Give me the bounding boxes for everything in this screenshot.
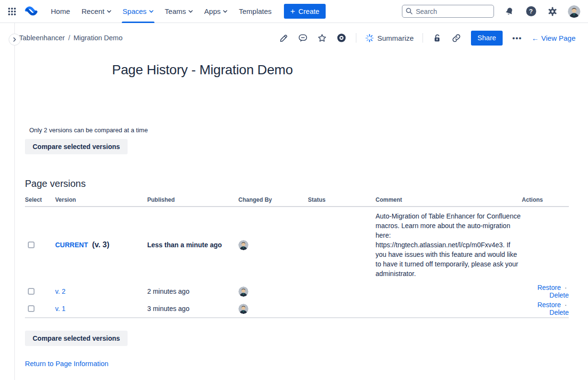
nav-item-label: Apps bbox=[204, 7, 221, 15]
select-version-checkbox[interactable] bbox=[28, 288, 35, 295]
page-versions-heading: Page versions bbox=[25, 178, 569, 189]
breadcrumb: Tableenhancer / Migration Demo bbox=[19, 34, 123, 42]
star-icon[interactable] bbox=[315, 30, 330, 46]
plus-icon: + bbox=[290, 7, 295, 15]
column-header-status: Status bbox=[308, 196, 376, 203]
nav-item-label: Teams bbox=[165, 7, 186, 15]
actions-cell: Restore · Delete bbox=[522, 284, 569, 299]
compare-versions-button-top[interactable]: Compare selected versions bbox=[25, 139, 128, 154]
nav-item-spaces[interactable]: Spaces bbox=[117, 0, 159, 23]
nav-item-teams[interactable]: Teams bbox=[159, 0, 199, 23]
breadcrumb-separator: / bbox=[68, 34, 70, 42]
compare-note: Only 2 versions can be compared at a tim… bbox=[25, 127, 569, 134]
nav-item-label: Home bbox=[51, 7, 70, 15]
column-header-version: Version bbox=[55, 196, 147, 203]
changed-by-avatar[interactable] bbox=[238, 304, 308, 314]
summarize-label: Summarize bbox=[377, 34, 414, 42]
compare-versions-button-bottom[interactable]: Compare selected versions bbox=[25, 331, 128, 346]
nav-item-home[interactable]: Home bbox=[45, 0, 76, 23]
column-header-published: Published bbox=[147, 196, 238, 203]
return-to-page-information-link[interactable]: Return to Page Information bbox=[25, 360, 108, 368]
version-comment: Auto-Migration of Table Enhancer for Con… bbox=[376, 207, 522, 283]
toolbar-divider bbox=[356, 33, 356, 43]
version-link[interactable]: CURRENT bbox=[55, 241, 88, 249]
top-navigation: Home Recent Spaces Teams Apps Templates … bbox=[0, 0, 588, 23]
actions-cell: Restore · Delete bbox=[522, 301, 569, 316]
main-content: Page History - Migration Demo Only 2 ver… bbox=[0, 62, 588, 368]
back-arrow-icon: ← bbox=[532, 34, 539, 42]
delete-link[interactable]: Delete bbox=[550, 291, 569, 299]
nav-item-recent[interactable]: Recent bbox=[76, 0, 117, 23]
column-header-select: Select bbox=[25, 196, 55, 203]
nav-item-templates[interactable]: Templates bbox=[233, 0, 277, 23]
changed-by-avatar[interactable] bbox=[238, 287, 308, 297]
nav-item-label: Spaces bbox=[123, 7, 147, 15]
actions-separator: · bbox=[564, 284, 567, 291]
version-link[interactable]: v. 2 bbox=[55, 288, 66, 295]
app-switcher-icon[interactable] bbox=[6, 5, 18, 18]
user-avatar[interactable] bbox=[568, 5, 580, 18]
version-row-v2: v. 2 2 minutes ago Restore · Delete bbox=[25, 283, 569, 300]
ai-sparkle-icon bbox=[365, 34, 374, 43]
help-glyph: ? bbox=[529, 8, 533, 15]
create-button-label: Create bbox=[298, 8, 319, 15]
table-bottom-border bbox=[25, 317, 569, 318]
page-toolbar: Tableenhancer / Migration Demo bbox=[0, 23, 588, 53]
version-suffix: (v. 3) bbox=[92, 241, 109, 249]
select-version-checkbox[interactable] bbox=[28, 242, 35, 248]
summarize-button[interactable]: Summarize bbox=[363, 34, 416, 43]
share-button[interactable]: Share bbox=[471, 31, 503, 46]
nav-item-apps[interactable]: Apps bbox=[199, 0, 233, 23]
chevron-right-icon bbox=[12, 37, 17, 42]
page-title: Page History - Migration Demo bbox=[25, 62, 380, 78]
unlock-icon[interactable] bbox=[430, 30, 445, 46]
nav-item-label: Templates bbox=[239, 7, 271, 15]
expand-sidebar-button[interactable] bbox=[9, 34, 21, 46]
column-header-actions: Actions bbox=[522, 196, 569, 203]
confluence-logo-icon[interactable] bbox=[25, 5, 37, 18]
published-time: 3 minutes ago bbox=[147, 305, 238, 312]
select-version-checkbox[interactable] bbox=[28, 305, 35, 312]
view-page-label: View Page bbox=[541, 34, 576, 42]
settings-gear-icon[interactable] bbox=[546, 5, 559, 18]
breadcrumb-page-link[interactable]: Migration Demo bbox=[73, 34, 122, 42]
create-button[interactable]: + Create bbox=[284, 4, 325, 19]
versions-table-header: Select Version Published Changed By Stat… bbox=[25, 196, 569, 207]
nav-item-label: Recent bbox=[82, 7, 105, 15]
restore-link[interactable]: Restore bbox=[537, 301, 561, 309]
version-comment bbox=[376, 287, 522, 296]
nav-items: Home Recent Spaces Teams Apps Templates bbox=[45, 0, 277, 23]
delete-link[interactable]: Delete bbox=[550, 309, 569, 316]
chevron-down-icon bbox=[107, 10, 111, 13]
notifications-bell-icon[interactable] bbox=[503, 5, 516, 18]
search-container bbox=[402, 5, 494, 18]
actions-separator: · bbox=[564, 301, 567, 309]
breadcrumb-space-link[interactable]: Tableenhancer bbox=[19, 34, 65, 42]
column-header-changed-by: Changed By bbox=[238, 196, 308, 203]
version-row-current: CURRENT (v. 3) Less than a minute ago Au… bbox=[25, 207, 569, 283]
published-time: 2 minutes ago bbox=[147, 288, 238, 295]
more-actions-icon[interactable]: ••• bbox=[509, 34, 525, 42]
comment-icon[interactable] bbox=[295, 30, 311, 46]
search-input[interactable] bbox=[402, 5, 494, 18]
restore-link[interactable]: Restore bbox=[537, 284, 561, 291]
help-icon[interactable]: ? bbox=[525, 5, 537, 18]
search-icon bbox=[406, 8, 412, 14]
watch-eye-icon[interactable] bbox=[334, 30, 349, 46]
published-time: Less than a minute ago bbox=[147, 241, 238, 249]
version-row-v1: v. 1 3 minutes ago Restore · Delete bbox=[25, 300, 569, 317]
column-header-comment: Comment bbox=[376, 196, 522, 203]
grid-icon bbox=[8, 8, 16, 15]
chevron-down-icon bbox=[188, 10, 193, 13]
link-icon[interactable] bbox=[449, 30, 464, 46]
view-page-link[interactable]: ← View Page bbox=[532, 34, 576, 42]
chevron-down-icon bbox=[223, 10, 227, 13]
chevron-down-icon bbox=[149, 10, 153, 13]
version-link[interactable]: v. 1 bbox=[55, 305, 66, 312]
edit-pencil-icon[interactable] bbox=[276, 30, 292, 46]
version-comment bbox=[376, 304, 522, 313]
toolbar-divider bbox=[423, 33, 423, 43]
sidebar-divider bbox=[14, 23, 15, 380]
changed-by-avatar[interactable] bbox=[238, 240, 308, 250]
